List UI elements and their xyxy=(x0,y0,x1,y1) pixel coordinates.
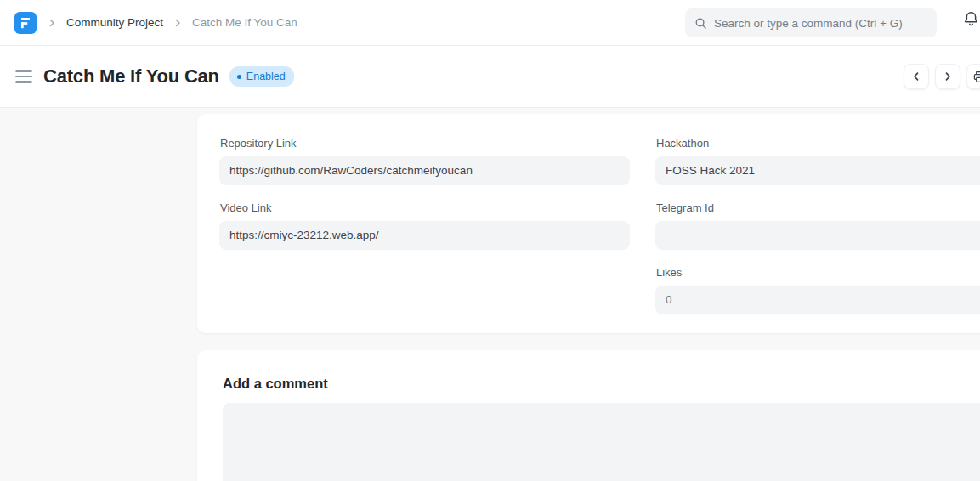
likes-field: Likes 0 xyxy=(655,267,980,314)
next-record-button[interactable] xyxy=(935,64,960,89)
repository-link-label: Repository Link xyxy=(220,138,630,150)
comment-input[interactable] xyxy=(223,403,980,481)
header-actions xyxy=(904,64,980,89)
telegram-id-label: Telegram Id xyxy=(656,202,980,214)
previous-record-button[interactable] xyxy=(904,64,929,89)
hackathon-input[interactable]: FOSS Hack 2021 xyxy=(655,156,980,185)
repository-link-field: Repository Link https://github.com/RawCo… xyxy=(219,138,630,185)
add-comment-heading: Add a comment xyxy=(223,376,980,392)
status-badge-label: Enabled xyxy=(246,71,286,82)
telegram-id-field: Telegram Id xyxy=(655,202,980,250)
main-content: Repository Link https://github.com/RawCo… xyxy=(0,108,980,481)
likes-label: Likes xyxy=(656,267,980,279)
print-button[interactable] xyxy=(966,64,980,89)
video-link-input[interactable]: https://cmiyc-23212.web.app/ xyxy=(219,221,630,250)
status-badge: Enabled xyxy=(229,66,294,87)
sidebar-toggle-icon[interactable] xyxy=(15,70,32,83)
chevron-right-icon xyxy=(47,18,57,28)
status-dot-icon xyxy=(237,75,241,79)
printer-icon xyxy=(972,70,980,84)
navbar: Community Project Catch Me If You Can xyxy=(0,0,980,46)
likes-input[interactable]: 0 xyxy=(655,286,980,314)
notification-bell-icon[interactable] xyxy=(962,10,980,31)
page-title: Catch Me If You Can xyxy=(43,65,219,88)
comment-card: Add a comment xyxy=(197,350,980,481)
frappe-logo-icon[interactable] xyxy=(14,12,37,34)
repository-link-input[interactable]: https://github.com/RawCoders/catchmeifyo… xyxy=(219,156,630,185)
breadcrumb-item-current: Catch Me If You Can xyxy=(192,16,297,29)
video-link-field: Video Link https://cmiyc-23212.web.app/ xyxy=(219,202,630,250)
chevron-right-icon xyxy=(173,18,183,28)
global-search[interactable] xyxy=(685,8,937,37)
form-left-column: Repository Link https://github.com/RawCo… xyxy=(219,138,630,331)
breadcrumb: Community Project Catch Me If You Can xyxy=(47,16,297,29)
search-icon xyxy=(694,17,707,30)
hackathon-field: Hackathon FOSS Hack 2021 xyxy=(655,138,980,185)
telegram-id-input[interactable] xyxy=(655,221,980,250)
chevron-left-icon xyxy=(910,71,922,82)
hackathon-label: Hackathon xyxy=(656,138,980,150)
search-input[interactable] xyxy=(714,17,927,30)
video-link-label: Video Link xyxy=(220,202,630,214)
chevron-right-icon xyxy=(942,71,954,82)
details-form-card: Repository Link https://github.com/RawCo… xyxy=(197,114,980,333)
form-right-column: Hackathon FOSS Hack 2021 Telegram Id Lik… xyxy=(655,138,980,331)
page-header: Catch Me If You Can Enabled xyxy=(0,46,980,108)
breadcrumb-item-community-project[interactable]: Community Project xyxy=(66,16,163,29)
